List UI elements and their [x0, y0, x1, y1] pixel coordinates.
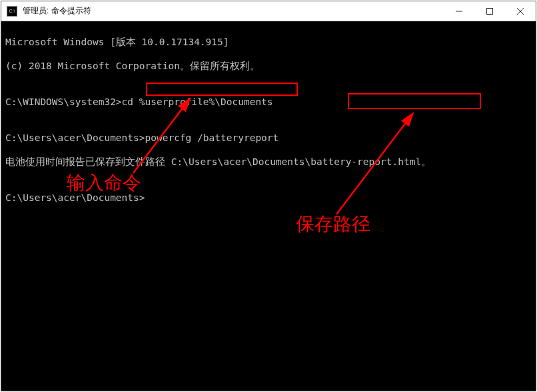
terminal-output[interactable]: Microsoft Windows [版本 10.0.17134.915] (c…: [1, 21, 536, 230]
output-line: 电池使用时间报告已保存到文件路径 C:\Users\acer\Documents…: [5, 156, 532, 168]
command-text: cd %userprofile%\Documents: [122, 97, 273, 107]
command-text: powercfg /batteryreport: [145, 132, 279, 143]
window-title: 管理员: 命令提示符: [23, 5, 91, 17]
prompt-line: C:\Users\acer\Documents>powercfg /batter…: [5, 132, 532, 144]
maximize-button[interactable]: [474, 1, 505, 21]
titlebar[interactable]: C:\ 管理员: 命令提示符: [1, 1, 536, 21]
close-button[interactable]: [505, 1, 536, 21]
minimize-button[interactable]: [444, 1, 474, 21]
output-line: Microsoft Windows [版本 10.0.17134.915]: [5, 36, 532, 48]
cmd-icon: C:\: [7, 6, 17, 17]
output-text: 电池使用时间报告已保存到文件路径 C:\Users\acer\Documents…: [5, 156, 310, 167]
cmd-window: C:\ 管理员: 命令提示符 Microsoft Windows [版本 10.…: [1, 1, 536, 391]
prompt: C:\Users\acer\Documents>: [5, 132, 145, 143]
prompt: C:\Users\acer\Documents>: [5, 192, 145, 203]
prompt-line: C:\WINDOWS\system32>cd %userprofile%\Doc…: [5, 96, 532, 108]
svg-rect-1: [487, 9, 493, 15]
window-controls: [444, 1, 536, 21]
output-text: 。: [421, 156, 431, 167]
prompt-line: C:\Users\acer\Documents>: [5, 192, 532, 204]
output-filename: battery-report.html: [310, 156, 421, 167]
prompt: C:\WINDOWS\system32>: [5, 97, 122, 107]
output-line: (c) 2018 Microsoft Corporation。保留所有权利。: [5, 60, 532, 72]
